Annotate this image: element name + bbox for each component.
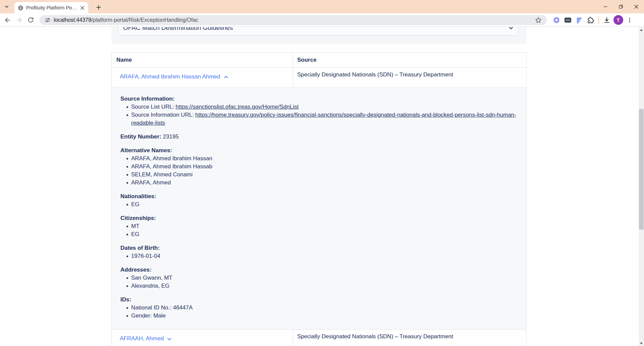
globe-favicon-icon	[18, 5, 23, 11]
section-heading: Addresses:	[120, 266, 518, 274]
dates-of-birth-section: Dates of Birth: 1976-01-04	[120, 244, 518, 260]
citizenships-section: Citizenships: MT EG	[120, 214, 518, 238]
vertical-scrollbar[interactable]	[639, 27, 644, 346]
extensions-row: T	[551, 13, 635, 27]
name-column-header: Name	[112, 53, 293, 67]
profile-avatar[interactable]: T	[612, 14, 624, 26]
list-item: EG	[120, 200, 518, 209]
section-heading: Alternative Names:	[120, 147, 518, 155]
section-heading: Dates of Birth:	[120, 244, 518, 252]
ofac-match-table: Name Source ARAFA, Ahmed Ibrahim Hassan …	[111, 52, 527, 346]
section-heading: Nationalities:	[120, 192, 518, 200]
source-list-url-link[interactable]: https://sanctionslist.ofac.treas.gov/Hom…	[176, 104, 299, 110]
list-item: San Gwann, MT	[120, 274, 518, 282]
avatar-initial: T	[613, 15, 623, 25]
nationalities-section: Nationalities: EG	[120, 192, 518, 209]
alternative-names-section: Alternative Names: ARAFA, Ahmed Ibrahim …	[120, 147, 518, 187]
match-source: Specially Designated Nationals (SDN) – T…	[293, 68, 527, 87]
match-details-panel: Source Information: Source List URL:http…	[112, 87, 526, 329]
entity-number-section: Entity Number: 23195	[120, 133, 518, 141]
toolbar-separator	[598, 16, 599, 24]
table-row: AFRAAH, Ahmed Specially Designated Natio…	[112, 329, 526, 346]
match-source: Specially Designated Nationals (SDN) – T…	[293, 330, 527, 346]
tab-close-icon[interactable]	[80, 5, 85, 11]
site-settings-icon[interactable]	[44, 17, 51, 23]
list-item: ARAFA, Ahmed	[120, 179, 518, 187]
new-tab-button[interactable]	[94, 3, 103, 12]
ids-section: IDs: National ID No.: 46447A Gender: Mal…	[120, 296, 518, 320]
browser-window: Profituity Platform Portal - Risk	[0, 0, 644, 346]
list-item: Source List URL:https://sanctionslist.of…	[120, 103, 518, 111]
match-name-link-afraah[interactable]: AFRAAH, Ahmed	[120, 335, 172, 342]
tab-title: Profituity Platform Portal - Risk	[26, 5, 78, 10]
forward-button[interactable]	[13, 14, 25, 26]
match-name-text: AFRAAH, Ahmed	[120, 335, 164, 342]
chevron-down-icon[interactable]	[3, 3, 11, 11]
section-heading: Citizenships:	[120, 214, 518, 222]
scrollbar-down-arrow[interactable]	[639, 341, 644, 346]
window-restore-button[interactable]	[613, 0, 629, 13]
list-item: Gender: Male	[120, 312, 518, 320]
list-item: EG	[120, 230, 518, 238]
url-host: localhost:44378	[54, 17, 91, 23]
list-item: ARAFA, Ahmed Ibrahim Hassan	[120, 155, 518, 163]
table-header-row: Name Source	[112, 53, 526, 68]
bookmark-star-icon[interactable]	[535, 16, 542, 24]
section-heading: IDs:	[120, 296, 518, 304]
window-minimize-button[interactable]	[598, 0, 613, 13]
section-heading: Entity Number:	[120, 133, 161, 140]
match-name-text: ARAFA, Ahmed Ibrahim Hassan Ahmed	[120, 73, 220, 80]
url-path: /platform-portal/Risk/ExceptionHandling/…	[91, 17, 198, 23]
guidelines-card: OFAC Match Determination Guidelines	[111, 27, 527, 44]
list-item: SELEM, Ahmed Conami	[120, 171, 518, 179]
chevron-down-icon	[167, 336, 172, 342]
browser-tab[interactable]: Profituity Platform Portal - Risk	[14, 2, 88, 13]
downloads-icon[interactable]	[601, 14, 612, 26]
captions-extension-icon[interactable]	[562, 14, 574, 26]
section-heading: Source Information:	[120, 95, 518, 103]
back-button[interactable]	[2, 14, 13, 26]
guidelines-select[interactable]: OFAC Match Determination Guidelines	[118, 27, 519, 36]
extensions-puzzle-icon[interactable]	[585, 14, 596, 26]
browser-menu-kebab-icon[interactable]	[624, 14, 635, 26]
addresses-section: Addresses: San Gwann, MT Alexandria, EG	[120, 266, 518, 290]
list-item: Alexandria, EG	[120, 282, 518, 290]
guidelines-select-value: OFAC Match Determination Guidelines	[123, 27, 508, 32]
table-row: ARAFA, Ahmed Ibrahim Hassan Ahmed Specia…	[112, 68, 526, 87]
spinner-extension-icon[interactable]	[551, 14, 562, 26]
scrollbar-thumb[interactable]	[639, 109, 644, 230]
window-close-button[interactable]	[629, 0, 644, 13]
url-bar[interactable]: localhost:44378/platform-portal/Risk/Exc…	[40, 15, 547, 25]
tab-strip: Profituity Platform Portal - Risk	[0, 0, 644, 13]
entity-number-value: 23195	[163, 133, 179, 140]
match-name-link-arafa[interactable]: ARAFA, Ahmed Ibrahim Hassan Ahmed	[120, 73, 229, 80]
select-chevron-down-icon	[508, 27, 514, 30]
reload-button[interactable]	[25, 14, 36, 26]
window-controls	[598, 0, 644, 13]
list-item: 1976-01-04	[120, 252, 518, 260]
chevron-up-icon	[223, 74, 229, 80]
scrollbar-up-arrow[interactable]	[639, 27, 644, 33]
bars-extension-icon[interactable]	[574, 14, 585, 26]
list-item: Source Information URL:https://home.trea…	[120, 111, 518, 127]
source-column-header: Source	[293, 53, 527, 67]
browser-toolbar: localhost:44378/platform-portal/Risk/Exc…	[0, 13, 644, 27]
page-content: OFAC Match Determination Guidelines Name…	[0, 27, 639, 346]
url-text[interactable]: localhost:44378/platform-portal/Risk/Exc…	[54, 17, 535, 23]
list-item: ARAFA, Ahmed Ibrahim Hassab	[120, 163, 518, 171]
list-item: MT	[120, 222, 518, 230]
list-item: National ID No.: 46447A	[120, 304, 518, 312]
source-information-section: Source Information: Source List URL:http…	[120, 95, 518, 127]
